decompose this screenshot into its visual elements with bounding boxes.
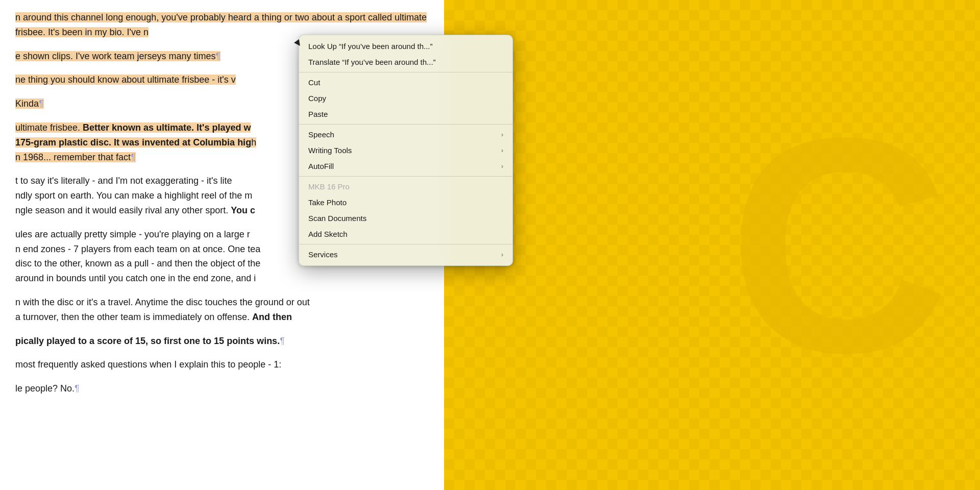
right-background: C xyxy=(444,0,980,490)
menu-item-scan-documents-label: Scan Documents xyxy=(308,214,366,223)
menu-item-mkb-label: MKB 16 Pro xyxy=(308,182,350,191)
menu-item-cut-label: Cut xyxy=(308,78,320,87)
speech-arrow-icon: › xyxy=(501,131,503,138)
paragraph-11: le people? No.¶ xyxy=(15,381,429,396)
paragraph-10: most frequently asked questions when I e… xyxy=(15,357,429,372)
menu-item-cut[interactable]: Cut xyxy=(299,75,512,90)
separator-4 xyxy=(299,244,512,244)
services-arrow-icon: › xyxy=(501,251,503,258)
big-letter: C xyxy=(728,92,949,398)
menu-item-paste[interactable]: Paste xyxy=(299,106,512,122)
menu-item-autofill[interactable]: AutoFill › xyxy=(299,158,512,174)
menu-item-writing-tools[interactable]: Writing Tools › xyxy=(299,142,512,158)
pilcrow-4: ¶ xyxy=(280,336,285,346)
menu-item-copy[interactable]: Copy xyxy=(299,90,512,106)
menu-item-take-photo-label: Take Photo xyxy=(308,198,347,207)
context-menu: Look Up “If you’ve been around th...” Tr… xyxy=(299,35,513,266)
menu-item-translate[interactable]: Translate “If you’ve been around th...” xyxy=(299,54,512,70)
writing-tools-arrow-icon: › xyxy=(501,147,503,154)
menu-item-add-sketch-label: Add Sketch xyxy=(308,230,348,238)
highlighted-text-3: ne thing you should know about ultimate … xyxy=(15,75,236,85)
pilcrow-3: ¶ xyxy=(131,152,136,162)
separator-2 xyxy=(299,124,512,125)
paragraph-8: n with the disc or it's a travel. Anytim… xyxy=(15,295,429,325)
menu-item-autofill-label: AutoFill xyxy=(308,162,334,170)
menu-item-take-photo[interactable]: Take Photo xyxy=(299,194,512,210)
menu-item-look-up[interactable]: Look Up “If you’ve been around th...” xyxy=(299,38,512,54)
paragraph-9: pically played to a score of 15, so firs… xyxy=(15,334,429,349)
highlighted-text-5: ultimate frisbee. Better known as ultima… xyxy=(15,122,256,162)
highlighted-text-2: e shown clips. I've work team jerseys ma… xyxy=(15,51,220,61)
menu-item-add-sketch[interactable]: Add Sketch xyxy=(299,226,512,242)
menu-item-paste-label: Paste xyxy=(308,110,328,118)
menu-item-services[interactable]: Services › xyxy=(299,247,512,262)
separator-3 xyxy=(299,176,512,177)
pilcrow-5: ¶ xyxy=(75,383,80,394)
menu-item-scan-documents[interactable]: Scan Documents xyxy=(299,210,512,226)
mouse-cursor xyxy=(296,40,302,49)
menu-item-speech[interactable]: Speech › xyxy=(299,127,512,142)
menu-item-translate-label: Translate “If you’ve been around th...” xyxy=(308,58,436,66)
pilcrow-2: ¶ xyxy=(39,99,44,109)
autofill-arrow-icon: › xyxy=(501,163,503,170)
menu-item-writing-tools-label: Writing Tools xyxy=(308,146,352,155)
menu-item-look-up-label: Look Up “If you’ve been around th...” xyxy=(308,42,432,51)
menu-item-mkb: MKB 16 Pro xyxy=(299,179,512,194)
menu-item-services-label: Services xyxy=(308,250,338,259)
highlighted-text-4: Kinda¶ xyxy=(15,99,44,109)
separator-1 xyxy=(299,72,512,72)
highlighted-text-1: n around this channel long enough, you'v… xyxy=(15,12,427,37)
menu-item-speech-label: Speech xyxy=(308,130,334,139)
pilcrow-1: ¶ xyxy=(216,51,221,61)
menu-item-copy-label: Copy xyxy=(308,94,326,103)
